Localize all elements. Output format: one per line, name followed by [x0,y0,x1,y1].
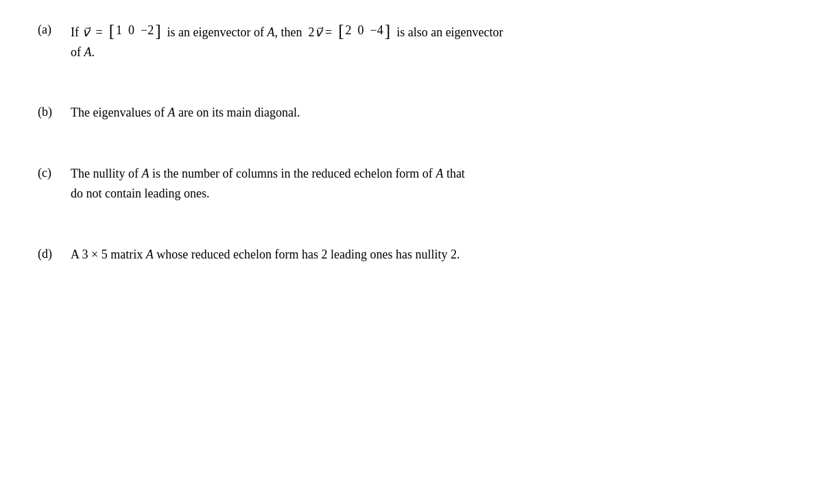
matrix-v: [ 1 0 −2 ] [109,21,161,40]
label-d: (d) [38,245,71,263]
bracket-right-1: ] [155,22,160,39]
text-d-content: A 3 × 5 matrix A whose reduced echelon f… [71,248,460,261]
math-A-a2: A [84,45,92,59]
body-c: The nullity of A is the number of column… [71,164,785,204]
label-b: (b) [38,103,71,121]
text-b: The eigenvalues of A are on its main dia… [71,103,785,123]
problem-a-item: (a) If v⃗ = [ 1 0 −2 ] is an eigenvector… [38,21,785,62]
math-A-c1: A [141,167,149,180]
text-a-line2: of A. [71,45,95,59]
body-a: If v⃗ = [ 1 0 −2 ] is an eigenvector of … [71,21,785,62]
problem-b: (b) The eigenvalues of A are on its main… [38,103,785,123]
problem-b-item: (b) The eigenvalues of A are on its main… [38,103,785,123]
math-v: v⃗ [82,25,90,39]
problem-a: (a) If v⃗ = [ 1 0 −2 ] is an eigenvector… [38,21,785,62]
text-a-content: If v⃗ = [ 1 0 −2 ] is an eigenvector of … [71,25,503,39]
page-content: (a) If v⃗ = [ 1 0 −2 ] is an eigenvector… [0,0,823,504]
math-A-b: A [167,106,175,119]
matrix-v-content: 1 0 −2 [116,21,154,40]
text-c: The nullity of A is the number of column… [71,164,785,204]
label-a: (a) [38,21,71,39]
text-c-line2: do not contain leading ones. [71,187,209,200]
matrix-2v: [ 2 0 −4 ] [338,21,390,40]
math-A-c2: A [436,167,443,180]
math-A-d: A [146,248,154,261]
text-a: If v⃗ = [ 1 0 −2 ] is an eigenvector of … [71,21,785,62]
math-2v: v⃗ [315,25,322,39]
problem-c: (c) The nullity of A is the number of co… [38,164,785,204]
bracket-left-2: [ [338,22,344,39]
label-c: (c) [38,164,71,182]
bracket-right-2: ] [385,22,390,39]
math-A-a1: A [267,25,275,39]
problem-c-item: (c) The nullity of A is the number of co… [38,164,785,204]
bracket-left-1: [ [109,22,115,39]
text-d: A 3 × 5 matrix A whose reduced echelon f… [71,245,785,265]
body-d: A 3 × 5 matrix A whose reduced echelon f… [71,245,785,265]
body-b: The eigenvalues of A are on its main dia… [71,103,785,123]
matrix-2v-content: 2 0 −4 [346,21,383,40]
text-c-line1: The nullity of A is the number of column… [71,167,465,180]
problem-d-item: (d) A 3 × 5 matrix A whose reduced echel… [38,245,785,265]
text-b-content: The eigenvalues of A are on its main dia… [71,106,300,119]
problem-d: (d) A 3 × 5 matrix A whose reduced echel… [38,245,785,265]
